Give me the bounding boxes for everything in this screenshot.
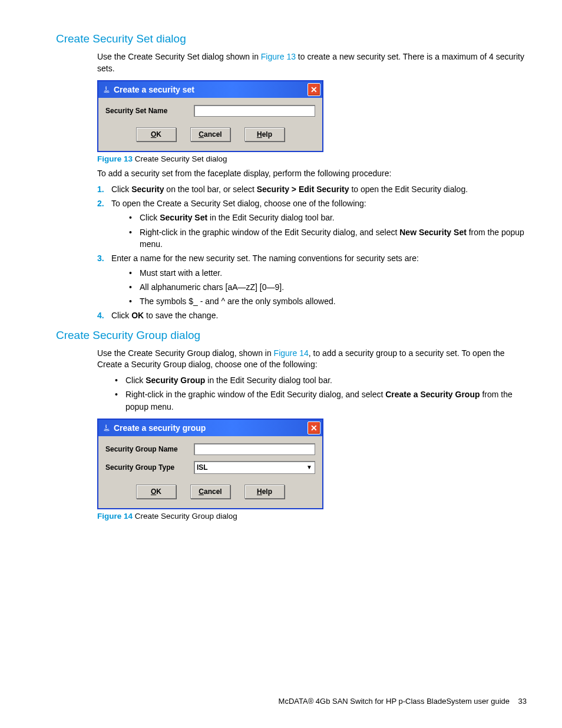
help-button[interactable]: Help (244, 485, 285, 499)
figure-link[interactable]: Figure 14 (274, 348, 309, 358)
footer-title: McDATA® 4Gb SAN Switch for HP p-Class Bl… (279, 697, 510, 706)
create-security-set-dialog: Create a security set ✕ Security Set Nam… (97, 80, 323, 152)
page-footer: McDATA® 4Gb SAN Switch for HP p-Class Bl… (279, 697, 527, 706)
intro-paragraph: Use the Create Security Group dialog, sh… (97, 348, 527, 371)
list-item: 3. Enter a name for the new security set… (97, 252, 527, 307)
text: in the Edit Security dialog tool bar. (205, 375, 332, 385)
dialog-titlebar: Create a security group ✕ (98, 420, 322, 436)
bold-text: New Security Set (399, 228, 467, 237)
figure-caption: Figure 14 Create Security Group dialog (97, 512, 527, 521)
text: Click (125, 375, 146, 385)
security-group-name-label: Security Group Name (105, 445, 194, 453)
list-item: All alphanumeric chars [aA—zZ] [0—9]. (129, 281, 527, 293)
text: Use the Create Security Set dialog shown… (97, 52, 261, 61)
security-set-name-input[interactable] (194, 105, 315, 117)
text: Click (140, 213, 160, 222)
close-icon[interactable]: ✕ (308, 421, 320, 434)
close-icon[interactable]: ✕ (308, 83, 320, 96)
list-item: Right-click in the graphic window of the… (115, 388, 527, 413)
document-page: Create Security Set dialog Use the Creat… (0, 0, 562, 728)
procedure-list: 1. Click Security on the tool bar, or se… (97, 183, 527, 322)
cancel-button[interactable]: Cancel (190, 485, 230, 499)
list-item: Click Security Set in the Edit Security … (129, 212, 527, 223)
security-group-type-select[interactable]: ISL ▼ (194, 461, 315, 474)
dialog-title: Create a security set (114, 85, 308, 94)
text: on the tool bar, or select (164, 185, 256, 194)
cancel-button[interactable]: Cancel (190, 127, 230, 141)
figure-caption: Figure 13 Create Security Set dialog (97, 154, 527, 163)
text: Right-click in the graphic window of the… (140, 228, 399, 237)
bold-text: Security > Edit Security (257, 185, 349, 194)
security-group-name-input[interactable] (194, 443, 315, 455)
caption-text: Create Security Set dialog (133, 154, 227, 163)
java-icon (102, 423, 111, 433)
heading-create-security-group: Create Security Group dialog (56, 329, 527, 342)
security-set-name-label: Security Set Name (105, 107, 194, 115)
text: Enter a name for the new security set. T… (111, 253, 419, 263)
chevron-down-icon: ▼ (306, 464, 312, 470)
list-item: 1. Click Security on the tool bar, or se… (97, 183, 527, 195)
caption-label: Figure 14 (97, 512, 133, 521)
select-value: ISL (197, 463, 208, 472)
text: Use the Create Security Group dialog, sh… (97, 348, 274, 358)
help-button[interactable]: Help (244, 127, 285, 141)
heading-create-security-set: Create Security Set dialog (56, 32, 527, 45)
intro-paragraph: Use the Create Security Set dialog shown… (97, 51, 527, 74)
figure-link[interactable]: Figure 13 (261, 52, 296, 61)
list-item: 4. Click OK to save the change. (97, 309, 527, 321)
text: Right-click in the graphic window of the… (125, 390, 385, 399)
page-number: 33 (518, 697, 527, 706)
ok-button[interactable]: OK (136, 485, 176, 499)
list-item: Click Security Group in the Edit Securit… (115, 374, 527, 386)
list-item: 2. To open the Create a Security Set dia… (97, 197, 527, 250)
text: To open the Create a Security Set dialog… (111, 199, 366, 208)
java-icon (102, 85, 111, 94)
list-item: Must start with a letter. (129, 267, 527, 279)
bold-text: Create a Security Group (385, 390, 480, 399)
bold-text: OK (131, 311, 144, 320)
ok-button[interactable]: OK (136, 127, 176, 141)
bold-text: Security Group (146, 375, 205, 385)
text: to open the Edit Security dialog. (349, 185, 468, 194)
caption-label: Figure 13 (97, 154, 133, 163)
create-security-group-dialog: Create a security group ✕ Security Group… (97, 419, 323, 509)
text: in the Edit Security dialog tool bar. (207, 213, 335, 222)
lead-text: To add a security set from the faceplate… (97, 168, 527, 180)
bold-text: Security (131, 185, 164, 194)
security-group-type-label: Security Group Type (105, 463, 194, 472)
caption-text: Create Security Group dialog (133, 512, 237, 521)
list-item: The symbols $_ - and ^ are the only symb… (129, 295, 527, 307)
text: Click (111, 185, 131, 194)
dialog-title: Create a security group (114, 423, 308, 433)
text: to save the change. (144, 311, 218, 320)
text: Click (111, 311, 131, 320)
bold-text: Security Set (160, 213, 207, 222)
dialog-titlebar: Create a security set ✕ (98, 81, 322, 98)
list-item: Right-click in the graphic window of the… (129, 226, 527, 251)
